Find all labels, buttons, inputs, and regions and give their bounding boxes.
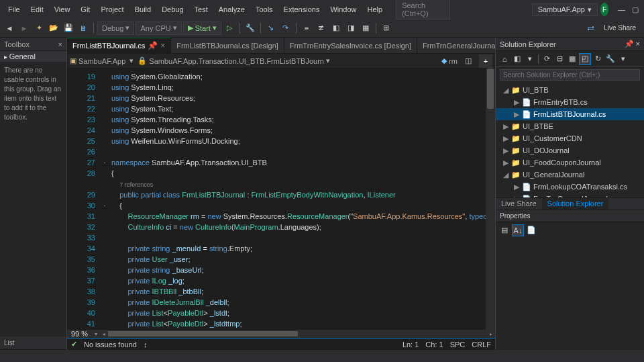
start-button[interactable]: ▶Start▾ [183,21,221,35]
show-all-icon[interactable]: ▦ [566,53,578,65]
switch-views-icon[interactable]: ◧ [511,53,523,65]
editor-area: FrmListBTBJournal.cs📌×FrmListBTBJournal.… [67,38,495,350]
menu-git[interactable]: Git [75,3,95,16]
split-view-icon[interactable]: ◫ [462,54,475,68]
menu-bar: FileEditViewGitProjectBuildDebugTestAnal… [0,0,644,19]
extensions-icon[interactable]: ⊞ [380,21,393,35]
tree-node[interactable]: ▶📁UI_CustomerCDN [496,132,644,144]
tree-node[interactable]: ▶📁UI_FoodCouponJournal [496,156,644,169]
save-all-button[interactable]: 🗎 [76,21,90,35]
pin-icon[interactable]: 📌 [625,40,634,48]
bookmark-next-icon[interactable]: ◨ [344,21,358,35]
nav-project[interactable]: ▣SambuAF.App▾ [70,56,133,65]
document-tab[interactable]: FrmTrnEntrySalesInvoice.cs [Design] [284,38,417,53]
home-icon[interactable]: ⌂ [498,53,511,65]
vertical-scrollbar[interactable] [486,69,495,330]
nav-type[interactable]: 🔒SambuAF.App.Transaction.UI_BTB.FrmListB… [138,56,437,65]
uncomment-icon[interactable]: ≢ [315,21,328,35]
bookmark-icon[interactable]: ◧ [329,21,343,35]
menu-edit[interactable]: Edit [25,3,49,16]
document-tab[interactable]: FrmListBTBJournal.cs [Design] [171,38,284,53]
menu-analyze[interactable]: Analyze [213,3,250,16]
tree-node[interactable]: ▶📄FrmLookupCOATransaksi.cs [496,181,644,193]
close-icon[interactable]: × [636,40,640,48]
eol-mode[interactable]: CRLF [472,341,491,349]
nav-member[interactable]: ◆rm [441,56,458,65]
platform-dropdown[interactable]: Any CPU▾ [136,21,181,35]
save-button[interactable]: 💾 [62,21,75,35]
open-button[interactable]: 📂 [47,21,60,35]
document-tab[interactable]: FrmListBTBJournal.cs📌× [67,38,171,53]
indent-mode[interactable]: SPC [450,341,466,349]
config-dropdown[interactable]: Debug▾ [97,21,134,35]
startup-project-selector[interactable]: SambuAF.App ▾ [532,3,598,16]
issues-status[interactable]: No issues found [84,341,137,349]
tree-node[interactable]: ▶📁UI_BTBE [496,120,644,132]
step-into-icon[interactable]: ↘ [264,21,278,35]
format-icon[interactable]: ▦ [359,21,372,35]
nav-forward-button[interactable]: ► [17,21,31,35]
sync-icon[interactable]: ↕ [144,341,148,349]
toolbox-icon[interactable]: 🔧 [244,21,257,35]
toolbox-group[interactable]: ▸ General [0,51,66,62]
tree-node[interactable]: ▶📄FrmListBTBJournal.cs [496,108,644,120]
filter-icon[interactable]: ▾ [617,53,629,65]
solution-tree[interactable]: ◢📁UI_BTB▶📄FrmEntryBTB.cs▶📄FrmListBTBJour… [496,83,644,197]
tab-solution-explorer[interactable]: Solution Explorer [542,198,609,210]
comment-icon[interactable]: ≡ [300,21,313,35]
caret-line[interactable]: Ln: 1 [402,341,419,349]
close-icon[interactable]: × [160,41,165,50]
add-tab-icon[interactable]: + [479,54,492,68]
tab-liveshare[interactable]: Live Share [496,198,542,210]
maximize-button[interactable]: ▢ [629,3,641,17]
menu-view[interactable]: View [49,3,76,16]
chevron-down-icon: ▾ [588,5,592,14]
minimize-button[interactable]: — [615,3,627,16]
pending-changes-icon[interactable]: ▾ [524,53,536,65]
solution-search-input[interactable] [500,69,640,81]
tree-node[interactable]: ▶📄FrmEntryBTB.cs [496,96,644,108]
nav-back-button[interactable]: ◄ [3,21,16,35]
menu-test[interactable]: Test [189,3,213,16]
menu-file[interactable]: File [3,3,25,16]
categorized-icon[interactable]: ▤ [498,224,511,236]
properties-toolbar: ▤ A↓ 📄 [496,222,644,238]
caret-col[interactable]: Ch: 1 [425,341,443,349]
horizontal-scrollbar[interactable]: 99 % ▾◂▸ [67,330,495,338]
toolbox-panel: Toolbox × ▸ General There are no usable … [0,38,67,350]
menu-window[interactable]: Window [325,3,362,16]
property-pages-icon[interactable]: 📄 [525,224,537,236]
pin-icon[interactable]: 📌 [148,41,158,50]
start-no-debug-button[interactable]: ▷ [223,21,236,35]
code-editor[interactable]: 1920212223242526272829303132333435363738… [67,69,495,330]
status-bar: ✔ No issues found ↕ Ln: 1 Ch: 1 SPC CRLF [67,338,495,350]
menu-build[interactable]: Build [129,3,156,16]
tree-node[interactable]: ◢📁UI_GeneralJournal [496,169,644,181]
preview-icon[interactable]: ◰ [579,53,591,65]
user-avatar[interactable]: F [600,3,608,16]
new-project-button[interactable]: ✦ [32,21,46,35]
menu-project[interactable]: Project [95,3,129,16]
quick-search[interactable]: Search (Ctrl+Q) [396,0,450,19]
nav-bar: ▣SambuAF.App▾ 🔒SambuAF.App.Transaction.U… [67,54,495,69]
zoom-level[interactable]: 99 % [67,330,92,338]
step-over-icon[interactable]: ↷ [279,21,292,35]
right-dock: Solution Explorer 📌 × ⌂ ◧ ▾ ⟳ ⊟ ▦ ◰ ↻ 🔧 … [495,38,644,350]
properties-icon[interactable]: 🔧 [604,53,616,65]
menu-tools[interactable]: Tools [250,3,278,16]
sync-icon[interactable]: ⟳ [541,53,553,65]
tree-node[interactable]: ◢📁UI_BTB [496,84,644,96]
alphabetical-icon[interactable]: A↓ [512,224,524,236]
menu-debug[interactable]: Debug [156,3,189,16]
menu-help[interactable]: Help [362,3,388,16]
document-tabs: FrmListBTBJournal.cs📌×FrmListBTBJournal.… [67,38,495,54]
menu-extensions[interactable]: Extensions [278,3,325,16]
liveshare-label[interactable]: Live Share [598,24,641,32]
refresh-icon[interactable]: ↻ [592,53,604,65]
toolbox-empty-message: There are no usable controls in this gro… [0,62,66,126]
close-icon[interactable]: × [58,40,62,48]
tree-node[interactable]: ▶📁UI_DOJournal [496,144,644,156]
liveshare-icon[interactable]: ⮂ [584,21,597,35]
toolbox-header: Toolbox × [0,38,66,51]
collapse-all-icon[interactable]: ⊟ [553,53,566,65]
